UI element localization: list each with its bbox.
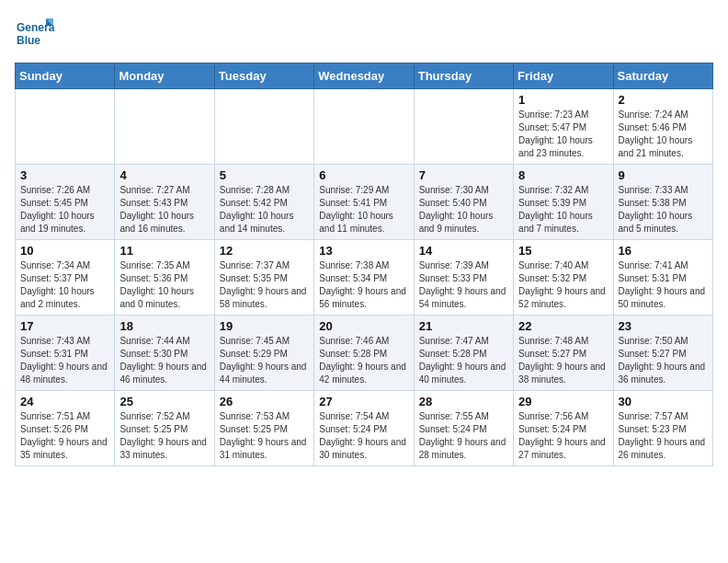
calendar-cell: 17Sunrise: 7:43 AM Sunset: 5:31 PM Dayli… — [16, 316, 115, 391]
day-number: 13 — [319, 244, 408, 258]
calendar-cell: 19Sunrise: 7:45 AM Sunset: 5:29 PM Dayli… — [214, 316, 313, 391]
day-info: Sunrise: 7:51 AM Sunset: 5:26 PM Dayligh… — [20, 410, 109, 462]
day-info: Sunrise: 7:27 AM Sunset: 5:43 PM Dayligh… — [119, 184, 209, 236]
day-number: 29 — [518, 395, 608, 408]
calendar-cell: 25Sunrise: 7:52 AM Sunset: 5:25 PM Dayli… — [115, 391, 214, 466]
day-info: Sunrise: 7:55 AM Sunset: 5:24 PM Dayligh… — [419, 410, 508, 462]
day-number: 18 — [119, 319, 209, 333]
day-info: Sunrise: 7:48 AM Sunset: 5:27 PM Dayligh… — [518, 335, 608, 386]
day-info: Sunrise: 7:26 AM Sunset: 5:45 PM Dayligh… — [20, 184, 109, 236]
day-info: Sunrise: 7:28 AM Sunset: 5:42 PM Dayligh… — [220, 184, 309, 236]
calendar-cell — [314, 89, 414, 165]
day-number: 17 — [20, 319, 109, 333]
day-info: Sunrise: 7:52 AM Sunset: 5:25 PM Dayligh… — [119, 410, 209, 462]
calendar-cell — [16, 89, 115, 165]
day-number: 28 — [419, 395, 508, 408]
day-number: 4 — [119, 168, 209, 182]
day-info: Sunrise: 7:57 AM Sunset: 5:23 PM Dayligh… — [619, 410, 708, 462]
day-number: 24 — [20, 395, 109, 408]
day-number: 23 — [619, 319, 708, 333]
logo: GeneralBlue — [15, 15, 55, 55]
day-info: Sunrise: 7:47 AM Sunset: 5:28 PM Dayligh… — [419, 335, 508, 386]
day-info: Sunrise: 7:29 AM Sunset: 5:41 PM Dayligh… — [319, 184, 408, 236]
day-info: Sunrise: 7:44 AM Sunset: 5:30 PM Dayligh… — [119, 335, 209, 386]
calendar-cell: 21Sunrise: 7:47 AM Sunset: 5:28 PM Dayli… — [414, 316, 513, 391]
calendar-cell: 23Sunrise: 7:50 AM Sunset: 5:27 PM Dayli… — [613, 316, 712, 391]
calendar-cell: 3Sunrise: 7:26 AM Sunset: 5:45 PM Daylig… — [16, 165, 115, 240]
day-number: 30 — [619, 395, 708, 408]
day-number: 7 — [419, 168, 508, 182]
header-day-monday: Monday — [115, 63, 214, 89]
day-info: Sunrise: 7:33 AM Sunset: 5:38 PM Dayligh… — [619, 184, 708, 236]
calendar-week-row: 1Sunrise: 7:23 AM Sunset: 5:47 PM Daylig… — [16, 89, 713, 165]
day-number: 6 — [319, 168, 408, 182]
calendar-week-row: 24Sunrise: 7:51 AM Sunset: 5:26 PM Dayli… — [16, 391, 713, 466]
calendar-cell: 7Sunrise: 7:30 AM Sunset: 5:40 PM Daylig… — [414, 165, 513, 240]
day-info: Sunrise: 7:53 AM Sunset: 5:25 PM Dayligh… — [220, 410, 309, 462]
day-number: 26 — [220, 395, 309, 408]
day-number: 12 — [220, 244, 309, 258]
logo-svg: GeneralBlue — [15, 15, 55, 55]
day-number: 25 — [119, 395, 209, 408]
day-number: 3 — [20, 168, 109, 182]
day-number: 11 — [119, 244, 209, 258]
calendar-cell: 29Sunrise: 7:56 AM Sunset: 5:24 PM Dayli… — [514, 391, 613, 466]
calendar-cell: 26Sunrise: 7:53 AM Sunset: 5:25 PM Dayli… — [214, 391, 313, 466]
header-day-wednesday: Wednesday — [314, 63, 414, 89]
calendar-cell: 22Sunrise: 7:48 AM Sunset: 5:27 PM Dayli… — [514, 316, 613, 391]
calendar-cell: 8Sunrise: 7:32 AM Sunset: 5:39 PM Daylig… — [514, 165, 613, 240]
day-info: Sunrise: 7:38 AM Sunset: 5:34 PM Dayligh… — [319, 259, 408, 311]
calendar-cell: 27Sunrise: 7:54 AM Sunset: 5:24 PM Dayli… — [314, 391, 414, 466]
calendar-cell: 24Sunrise: 7:51 AM Sunset: 5:26 PM Dayli… — [16, 391, 115, 466]
day-number: 21 — [419, 319, 508, 333]
day-info: Sunrise: 7:50 AM Sunset: 5:27 PM Dayligh… — [619, 335, 708, 386]
calendar-cell — [414, 89, 513, 165]
calendar-cell: 18Sunrise: 7:44 AM Sunset: 5:30 PM Dayli… — [115, 316, 214, 391]
day-info: Sunrise: 7:45 AM Sunset: 5:29 PM Dayligh… — [220, 335, 309, 386]
day-number: 5 — [220, 168, 309, 182]
day-number: 8 — [518, 168, 608, 182]
day-info: Sunrise: 7:39 AM Sunset: 5:33 PM Dayligh… — [419, 259, 508, 311]
day-number: 19 — [220, 319, 309, 333]
calendar-cell: 30Sunrise: 7:57 AM Sunset: 5:23 PM Dayli… — [613, 391, 712, 466]
calendar-week-row: 3Sunrise: 7:26 AM Sunset: 5:45 PM Daylig… — [16, 165, 713, 240]
day-info: Sunrise: 7:23 AM Sunset: 5:47 PM Dayligh… — [518, 109, 608, 160]
day-info: Sunrise: 7:34 AM Sunset: 5:37 PM Dayligh… — [20, 259, 109, 311]
day-info: Sunrise: 7:54 AM Sunset: 5:24 PM Dayligh… — [319, 410, 408, 462]
calendar-cell: 4Sunrise: 7:27 AM Sunset: 5:43 PM Daylig… — [115, 165, 214, 240]
day-number: 9 — [619, 168, 708, 182]
calendar-cell — [115, 89, 214, 165]
calendar-table: SundayMondayTuesdayWednesdayThursdayFrid… — [15, 63, 713, 466]
day-info: Sunrise: 7:46 AM Sunset: 5:28 PM Dayligh… — [319, 335, 408, 386]
header-day-thursday: Thursday — [414, 63, 513, 89]
day-number: 15 — [518, 244, 608, 258]
calendar-cell: 2Sunrise: 7:24 AM Sunset: 5:46 PM Daylig… — [613, 89, 712, 165]
calendar-cell: 16Sunrise: 7:41 AM Sunset: 5:31 PM Dayli… — [613, 240, 712, 316]
day-number: 27 — [319, 395, 408, 408]
header-day-sunday: Sunday — [16, 63, 115, 89]
calendar-header-row: SundayMondayTuesdayWednesdayThursdayFrid… — [16, 63, 713, 89]
page-header: GeneralBlue — [15, 15, 713, 55]
day-number: 10 — [20, 244, 109, 258]
header-day-friday: Friday — [514, 63, 613, 89]
day-number: 14 — [419, 244, 508, 258]
calendar-cell — [214, 89, 313, 165]
day-info: Sunrise: 7:24 AM Sunset: 5:46 PM Dayligh… — [619, 109, 708, 160]
calendar-cell: 12Sunrise: 7:37 AM Sunset: 5:35 PM Dayli… — [214, 240, 313, 316]
day-info: Sunrise: 7:32 AM Sunset: 5:39 PM Dayligh… — [518, 184, 608, 236]
day-number: 22 — [518, 319, 608, 333]
day-info: Sunrise: 7:30 AM Sunset: 5:40 PM Dayligh… — [419, 184, 508, 236]
calendar-cell: 20Sunrise: 7:46 AM Sunset: 5:28 PM Dayli… — [314, 316, 414, 391]
header-day-tuesday: Tuesday — [214, 63, 313, 89]
day-info: Sunrise: 7:35 AM Sunset: 5:36 PM Dayligh… — [119, 259, 209, 311]
calendar-cell: 1Sunrise: 7:23 AM Sunset: 5:47 PM Daylig… — [514, 89, 613, 165]
svg-text:Blue: Blue — [17, 34, 40, 47]
calendar-week-row: 10Sunrise: 7:34 AM Sunset: 5:37 PM Dayli… — [16, 240, 713, 316]
calendar-cell: 15Sunrise: 7:40 AM Sunset: 5:32 PM Dayli… — [514, 240, 613, 316]
calendar-cell: 11Sunrise: 7:35 AM Sunset: 5:36 PM Dayli… — [115, 240, 214, 316]
day-info: Sunrise: 7:37 AM Sunset: 5:35 PM Dayligh… — [220, 259, 309, 311]
day-number: 16 — [619, 244, 708, 258]
header-day-saturday: Saturday — [613, 63, 712, 89]
calendar-cell: 13Sunrise: 7:38 AM Sunset: 5:34 PM Dayli… — [314, 240, 414, 316]
calendar-week-row: 17Sunrise: 7:43 AM Sunset: 5:31 PM Dayli… — [16, 316, 713, 391]
